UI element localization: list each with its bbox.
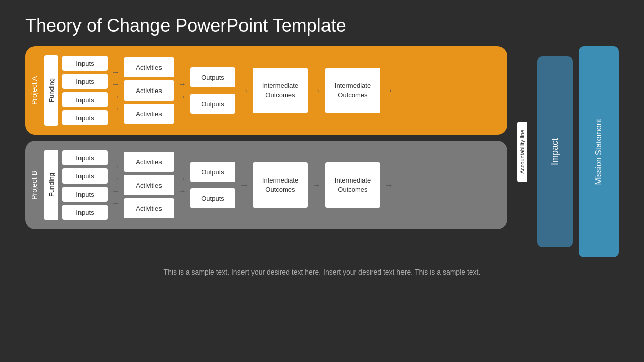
activity-b-3: Activities: [124, 198, 174, 218]
input-a-2: Inputs: [62, 74, 108, 89]
inputs-b: Inputs Inputs Inputs Inputs: [62, 150, 108, 220]
funding-b: Funding: [44, 150, 58, 220]
input-a-4: Inputs: [62, 110, 108, 125]
input-b-1: Inputs: [62, 150, 108, 165]
arrow-outputs-int1-a: →: [239, 85, 249, 96]
output-a-2: Outputs: [190, 94, 235, 114]
page-title: Theory of Change PowerPoint Template: [0, 0, 644, 46]
input-b-3: Inputs: [62, 187, 108, 202]
input-b-4: Inputs: [62, 205, 108, 220]
arrow-int1-int2-b: →: [312, 180, 321, 191]
activities-a: Activities Activities Activities: [124, 57, 174, 124]
inputs-a: Inputs Inputs Inputs Inputs: [62, 56, 108, 125]
arrows-inputs-activities-b: → → → →: [112, 162, 120, 208]
arrow-int1-int2-a: →: [312, 85, 321, 96]
footer-text: This is a sample text. Insert your desir…: [0, 257, 644, 278]
mission-col: Mission Statement: [579, 46, 619, 257]
intermediate2-a: IntermediateOutcomes: [325, 68, 380, 113]
intermediate2-b: IntermediateOutcomes: [325, 162, 380, 208]
intermediate1-a: IntermediateOutcomes: [253, 68, 308, 113]
output-a-1: Outputs: [190, 67, 235, 87]
arrow-outputs-int1-b: →: [239, 180, 249, 191]
activity-a-1: Activities: [124, 57, 174, 77]
input-a-3: Inputs: [62, 92, 108, 107]
input-a-1: Inputs: [62, 56, 108, 71]
accountability-label: Accountability line: [517, 122, 527, 182]
activity-b-1: Activities: [124, 152, 174, 172]
input-b-2: Inputs: [62, 168, 108, 184]
intermediate1-b: IntermediateOutcomes: [253, 162, 308, 208]
mission-label: Mission Statement: [594, 119, 603, 185]
funding-a: Funding: [44, 55, 58, 126]
project-a-row: Project A Funding Inputs Inputs Inputs I…: [25, 46, 507, 135]
output-b-1: Outputs: [190, 162, 235, 182]
arrow-int2-acc-a: →: [384, 85, 393, 96]
project-b-row: Project B Funding Inputs Inputs Inputs I…: [25, 141, 507, 229]
activity-a-2: Activities: [124, 80, 174, 101]
arrows-activities-outputs-a: → →: [178, 80, 186, 101]
output-b-2: Outputs: [190, 188, 235, 208]
arrow-int2-acc-b: →: [384, 180, 393, 191]
arrows-activities-outputs-b: → →: [178, 174, 186, 196]
arrows-inputs-activities-a: → → → →: [112, 68, 120, 113]
activity-b-2: Activities: [124, 175, 174, 195]
outputs-b: Outputs Outputs: [190, 162, 235, 208]
outputs-a: Outputs Outputs: [190, 67, 235, 114]
activities-b: Activities Activities Activities: [124, 152, 174, 218]
impact-label: Impact: [550, 138, 560, 165]
impact-col: Impact: [537, 56, 573, 247]
project-b-label: Project B: [30, 171, 40, 200]
project-a-label: Project A: [30, 76, 40, 105]
activity-a-3: Activities: [124, 104, 174, 124]
